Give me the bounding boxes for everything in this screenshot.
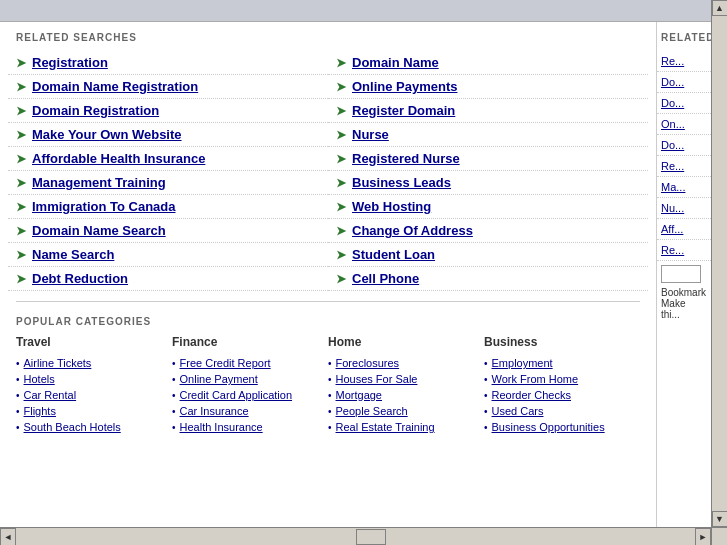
- right-related-link[interactable]: Re...: [657, 51, 711, 72]
- category-link[interactable]: Health Insurance: [180, 421, 263, 433]
- list-item: Foreclosures: [328, 355, 484, 371]
- vertical-scrollbar[interactable]: ▲ ▼: [711, 0, 727, 527]
- related-link[interactable]: Change Of Address: [352, 223, 473, 238]
- list-item: Health Insurance: [172, 419, 328, 435]
- related-link[interactable]: Affordable Health Insurance: [32, 151, 205, 166]
- related-link[interactable]: Registration: [32, 55, 108, 70]
- related-item-right: ➤Registered Nurse: [328, 147, 648, 171]
- category-link[interactable]: People Search: [336, 405, 408, 417]
- arrow-icon: ➤: [336, 152, 346, 166]
- category-link[interactable]: Foreclosures: [336, 357, 400, 369]
- bookmark-input[interactable]: [661, 265, 701, 283]
- list-item: Reorder Checks: [484, 387, 640, 403]
- right-section: RELATED Re...Do...Do...On...Do...Re...Ma…: [656, 22, 711, 527]
- right-related-link[interactable]: Nu...: [657, 198, 711, 219]
- related-link[interactable]: Register Domain: [352, 103, 455, 118]
- category-link[interactable]: Used Cars: [492, 405, 544, 417]
- related-link[interactable]: Registered Nurse: [352, 151, 460, 166]
- arrow-icon: ➤: [16, 200, 26, 214]
- scroll-h-track: [16, 528, 695, 546]
- category-link[interactable]: Online Payment: [180, 373, 258, 385]
- category-link[interactable]: Business Opportunities: [492, 421, 605, 433]
- list-item: South Beach Hotels: [16, 419, 172, 435]
- scroll-up-button[interactable]: ▲: [712, 0, 728, 16]
- category-link[interactable]: South Beach Hotels: [24, 421, 121, 433]
- category-link[interactable]: Real Estate Training: [336, 421, 435, 433]
- category-link[interactable]: Employment: [492, 357, 553, 369]
- related-item-right: ➤Register Domain: [328, 99, 648, 123]
- related-link[interactable]: Management Training: [32, 175, 166, 190]
- arrow-icon: ➤: [16, 176, 26, 190]
- horizontal-scrollbar[interactable]: ◄ ►: [0, 527, 711, 545]
- related-link[interactable]: Immigration To Canada: [32, 199, 176, 214]
- category-link[interactable]: Airline Tickets: [24, 357, 92, 369]
- scroll-left-button[interactable]: ◄: [0, 528, 16, 546]
- scroll-down-button[interactable]: ▼: [712, 511, 728, 527]
- right-related-link[interactable]: Aff...: [657, 219, 711, 240]
- category-link[interactable]: Car Insurance: [180, 405, 249, 417]
- list-item: Hotels: [16, 371, 172, 387]
- related-link[interactable]: Domain Name Registration: [32, 79, 198, 94]
- category-link[interactable]: Hotels: [24, 373, 55, 385]
- arrow-icon: ➤: [16, 104, 26, 118]
- related-item-right: ➤Cell Phone: [328, 267, 648, 291]
- category-link[interactable]: Reorder Checks: [492, 389, 571, 401]
- category-link[interactable]: Work From Home: [492, 373, 579, 385]
- related-link[interactable]: Name Search: [32, 247, 114, 262]
- arrow-icon: ➤: [336, 104, 346, 118]
- related-link[interactable]: Make Your Own Website: [32, 127, 182, 142]
- related-link[interactable]: Domain Name Search: [32, 223, 166, 238]
- related-searches-grid: ➤Registration➤Domain Name➤Domain Name Re…: [0, 51, 656, 291]
- related-item-left: ➤Debt Reduction: [8, 267, 328, 291]
- right-related-link[interactable]: Re...: [657, 156, 711, 177]
- list-item: Employment: [484, 355, 640, 371]
- right-related-link[interactable]: Ma...: [657, 177, 711, 198]
- related-link[interactable]: Domain Name: [352, 55, 439, 70]
- related-link[interactable]: Business Leads: [352, 175, 451, 190]
- category-link[interactable]: Mortgage: [336, 389, 382, 401]
- right-related-link[interactable]: On...: [657, 114, 711, 135]
- list-item: Car Insurance: [172, 403, 328, 419]
- related-item-left: ➤Domain Registration: [8, 99, 328, 123]
- category-title: Business: [484, 335, 640, 349]
- categories-grid: TravelAirline TicketsHotelsCar RentalFli…: [0, 335, 656, 435]
- content-area: RELATED SEARCHES ➤Registration➤Domain Na…: [0, 22, 711, 527]
- related-item-left: ➤Management Training: [8, 171, 328, 195]
- bookmark-text2: Make thi...: [661, 298, 707, 320]
- right-related-link[interactable]: Do...: [657, 72, 711, 93]
- arrow-icon: ➤: [336, 128, 346, 142]
- category-link[interactable]: Credit Card Application: [180, 389, 293, 401]
- right-related-link[interactable]: Do...: [657, 93, 711, 114]
- related-link[interactable]: Cell Phone: [352, 271, 419, 286]
- related-link[interactable]: Nurse: [352, 127, 389, 142]
- list-item: Airline Tickets: [16, 355, 172, 371]
- right-related-link[interactable]: Do...: [657, 135, 711, 156]
- related-item-left: ➤Make Your Own Website: [8, 123, 328, 147]
- related-link[interactable]: Online Payments: [352, 79, 457, 94]
- related-link[interactable]: Web Hosting: [352, 199, 431, 214]
- list-item: Credit Card Application: [172, 387, 328, 403]
- related-item-right: ➤Web Hosting: [328, 195, 648, 219]
- right-related-link[interactable]: Re...: [657, 240, 711, 261]
- window: RELATED SEARCHES ➤Registration➤Domain Na…: [0, 0, 727, 545]
- list-item: Car Rental: [16, 387, 172, 403]
- related-link[interactable]: Student Loan: [352, 247, 435, 262]
- category-link[interactable]: Car Rental: [24, 389, 77, 401]
- list-item: Online Payment: [172, 371, 328, 387]
- scroll-h-thumb[interactable]: [356, 529, 386, 545]
- related-item-right: ➤Student Loan: [328, 243, 648, 267]
- category-link[interactable]: Flights: [24, 405, 56, 417]
- list-item: People Search: [328, 403, 484, 419]
- related-link[interactable]: Domain Registration: [32, 103, 159, 118]
- category-title: Finance: [172, 335, 328, 349]
- related-link[interactable]: Debt Reduction: [32, 271, 128, 286]
- arrow-icon: ➤: [336, 224, 346, 238]
- category-column: BusinessEmploymentWork From HomeReorder …: [484, 335, 640, 435]
- main-content: RELATED SEARCHES ➤Registration➤Domain Na…: [0, 0, 711, 527]
- category-link[interactable]: Free Credit Report: [180, 357, 271, 369]
- arrow-icon: ➤: [336, 56, 346, 70]
- related-item-left: ➤Domain Name Registration: [8, 75, 328, 99]
- related-item-left: ➤Domain Name Search: [8, 219, 328, 243]
- category-link[interactable]: Houses For Sale: [336, 373, 418, 385]
- scroll-right-button[interactable]: ►: [695, 528, 711, 546]
